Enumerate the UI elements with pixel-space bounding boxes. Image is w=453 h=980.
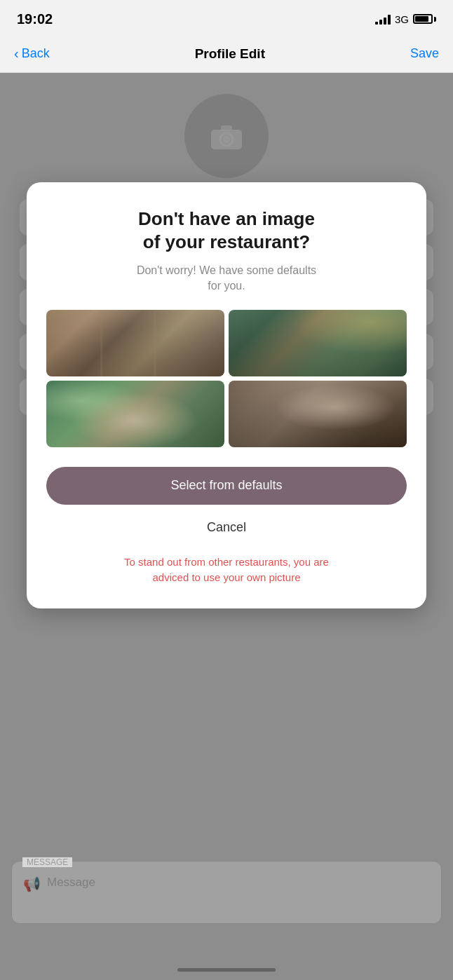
image-grid	[46, 310, 407, 447]
advice-text: To stand out from other restaurants, you…	[124, 554, 329, 586]
image-option-4[interactable]	[229, 381, 407, 447]
image-option-2[interactable]	[229, 310, 407, 376]
nav-bar: ‹ Back Profile Edit Save	[0, 35, 453, 73]
message-label: MESSAGE	[22, 857, 72, 867]
network-label: 3G	[395, 13, 409, 25]
home-indicator	[177, 968, 276, 972]
select-defaults-button[interactable]: Select from defaults	[46, 467, 407, 505]
page-title: Profile Edit	[195, 46, 265, 62]
modal-dialog: Don't have an imageof your restaurant? D…	[27, 182, 426, 608]
back-label: Back	[22, 46, 50, 61]
status-icons: 3G	[375, 13, 436, 25]
signal-icon	[375, 13, 391, 25]
modal-subtitle: Don't worry! We have some defaultsfor yo…	[137, 263, 316, 294]
back-button[interactable]: ‹ Back	[14, 46, 50, 62]
image-option-3[interactable]	[46, 381, 224, 447]
chevron-left-icon: ‹	[14, 46, 19, 62]
cancel-button[interactable]: Cancel	[207, 517, 246, 538]
status-time: 19:02	[17, 11, 53, 27]
modal-title: Don't have an imageof your restaurant?	[138, 207, 315, 253]
status-bar: 19:02 3G	[0, 0, 453, 35]
image-option-1[interactable]	[46, 310, 224, 376]
battery-icon	[413, 14, 436, 24]
save-button[interactable]: Save	[410, 46, 439, 61]
